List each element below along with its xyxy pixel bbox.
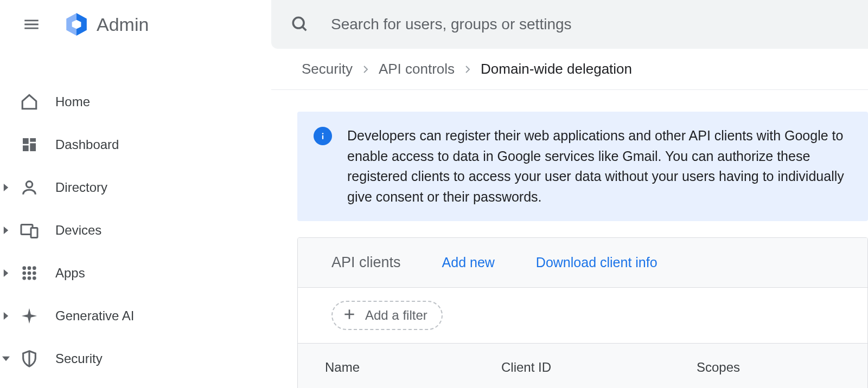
sidebar-item-label: Home — [55, 94, 90, 109]
content: Security API controls Domain-wide delega… — [271, 49, 868, 388]
svg-point-10 — [26, 181, 32, 187]
chevron-right-icon — [1, 183, 11, 192]
add-filter-chip[interactable]: Add a filter — [331, 301, 443, 330]
svg-point-19 — [28, 271, 31, 275]
svg-rect-28 — [322, 135, 323, 140]
breadcrumb-item-security[interactable]: Security — [302, 61, 353, 77]
svg-point-27 — [322, 133, 324, 134]
menu-button[interactable] — [18, 11, 44, 37]
svg-marker-11 — [4, 227, 8, 234]
chevron-right-icon — [1, 225, 11, 235]
svg-point-20 — [33, 271, 36, 275]
svg-marker-25 — [2, 356, 10, 360]
breadcrumb: Security API controls Domain-wide delega… — [271, 49, 868, 90]
sidebar-item-dashboard[interactable]: Dashboard — [0, 123, 271, 166]
shield-icon — [20, 349, 39, 368]
sidebar-item-label: Dashboard — [55, 137, 119, 152]
sidebar-item-home[interactable]: Home — [0, 80, 271, 123]
chevron-right-icon — [1, 311, 11, 321]
chevron-right-icon — [463, 61, 472, 77]
svg-point-21 — [22, 276, 26, 280]
column-header-name[interactable]: Name — [325, 360, 501, 375]
apps-icon — [20, 263, 39, 283]
app-logo[interactable]: Admin — [63, 11, 149, 38]
download-client-info-link[interactable]: Download client info — [536, 255, 658, 270]
devices-icon — [20, 221, 39, 240]
sidebar-item-generative-ai[interactable]: Generative AI — [0, 294, 271, 337]
filter-chip-label: Add a filter — [365, 308, 427, 323]
card-header: API clients Add new Download client info — [298, 238, 867, 288]
svg-line-4 — [302, 27, 306, 30]
info-banner-text: Developers can register their web applic… — [347, 126, 852, 207]
breadcrumb-item-api-controls[interactable]: API controls — [379, 61, 455, 77]
svg-point-22 — [28, 276, 31, 280]
sparkle-icon — [20, 306, 39, 326]
breadcrumb-item-current: Domain-wide delegation — [481, 61, 632, 77]
search-bar — [271, 0, 868, 49]
column-header-scopes[interactable]: Scopes — [697, 360, 867, 375]
person-icon — [20, 178, 39, 197]
filter-row: Add a filter — [298, 288, 867, 344]
svg-point-17 — [33, 266, 36, 270]
sidebar-item-directory[interactable]: Directory — [0, 166, 271, 209]
table-header: Name Client ID Scopes — [298, 344, 867, 388]
search-icon — [291, 15, 309, 34]
svg-point-15 — [22, 266, 26, 270]
sidebar: Home Dashboard — [0, 49, 271, 388]
sidebar-item-label: Generative AI — [55, 308, 134, 324]
card-title: API clients — [331, 254, 401, 271]
api-clients-card: API clients Add new Download client info… — [297, 237, 868, 388]
column-header-client-id[interactable]: Client ID — [501, 360, 697, 375]
sidebar-item-label: Directory — [55, 180, 107, 195]
info-banner: Developers can register their web applic… — [297, 112, 868, 221]
svg-rect-13 — [31, 228, 37, 237]
svg-marker-9 — [4, 184, 8, 191]
svg-marker-14 — [4, 269, 8, 277]
dashboard-icon — [20, 135, 39, 154]
svg-rect-5 — [23, 138, 29, 144]
svg-marker-24 — [4, 312, 8, 320]
sidebar-item-label: Devices — [55, 223, 101, 238]
search-input[interactable] — [331, 16, 848, 33]
sidebar-item-label: Security — [55, 351, 103, 366]
svg-point-16 — [28, 266, 31, 270]
chevron-right-icon — [361, 61, 370, 77]
app-title: Admin — [97, 14, 149, 35]
svg-rect-7 — [30, 143, 36, 151]
sidebar-item-devices[interactable]: Devices — [0, 209, 271, 251]
sidebar-item-apps[interactable]: Apps — [0, 251, 271, 294]
svg-point-3 — [293, 17, 304, 28]
chevron-down-icon — [1, 354, 11, 364]
plus-icon — [342, 307, 356, 324]
sidebar-item-label: Apps — [55, 266, 85, 281]
chevron-right-icon — [1, 268, 11, 278]
hamburger-icon — [22, 15, 41, 34]
sidebar-item-security[interactable]: Security — [0, 337, 271, 380]
svg-rect-8 — [23, 145, 29, 151]
admin-logo-icon — [63, 11, 90, 38]
svg-point-18 — [22, 271, 26, 275]
home-icon — [20, 92, 39, 112]
svg-point-23 — [33, 276, 36, 280]
svg-rect-6 — [30, 138, 36, 142]
info-icon — [314, 127, 332, 145]
add-new-link[interactable]: Add new — [442, 255, 495, 270]
